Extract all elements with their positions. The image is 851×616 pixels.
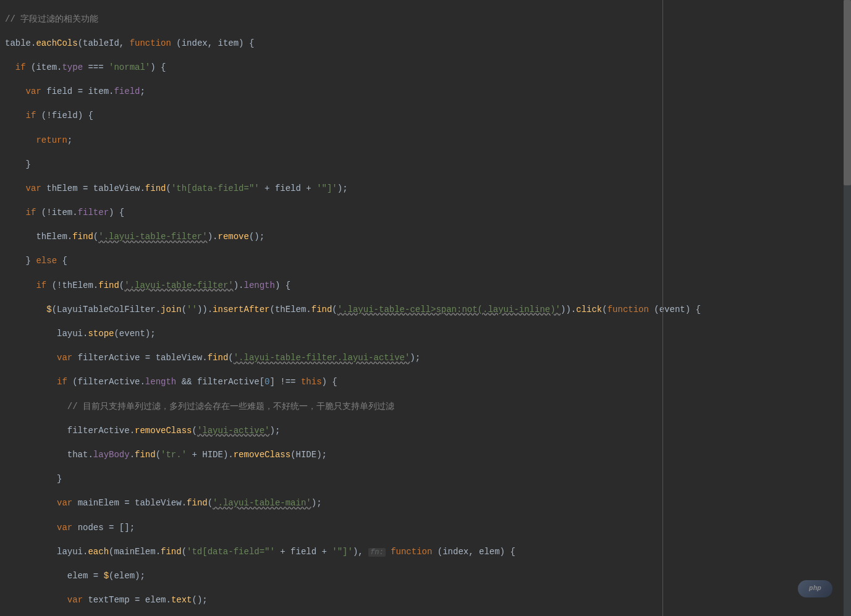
comment: // 字段过滤的相关功能 <box>5 14 98 24</box>
code-line[interactable]: table.eachCols(tableId, function (index,… <box>0 38 851 50</box>
code-editor[interactable]: // 字段过滤的相关功能 table.eachCols(tableId, fun… <box>0 0 851 616</box>
code-line[interactable]: layui.stope(event); <box>0 328 851 340</box>
code-line[interactable]: // 字段过滤的相关功能 <box>0 14 851 26</box>
code-line[interactable]: } <box>0 473 851 486</box>
scrollbar-vertical-thumb[interactable] <box>844 0 851 185</box>
code-line[interactable]: thElem.find('.layui-table-filter').remov… <box>0 231 851 243</box>
code-line[interactable]: // 目前只支持单列过滤，多列过滤会存在一些难题，不好统一，干脆只支持单列过滤 <box>0 401 851 413</box>
code-line[interactable]: if (filterActive.length && filterActive[… <box>0 376 851 389</box>
code-line[interactable]: return; <box>0 135 851 147</box>
code-line[interactable]: var mainElem = tableView.find('.layui-ta… <box>0 497 851 510</box>
code-line[interactable]: var textTemp = elem.text(); <box>0 594 851 607</box>
code-line[interactable]: var nodes = []; <box>0 522 851 534</box>
code-line[interactable]: layui.each(mainElem.find('td[data-field=… <box>0 546 851 559</box>
code-line[interactable]: if (!field) { <box>0 110 851 122</box>
code-line[interactable]: var field = item.field; <box>0 86 851 98</box>
code-line[interactable]: var thElem = tableView.find('th[data-fie… <box>0 183 851 195</box>
editor-ruler <box>663 0 663 616</box>
scrollbar-vertical-track[interactable] <box>844 0 851 616</box>
code-line[interactable]: } else { <box>0 255 851 268</box>
code-line[interactable]: } <box>0 159 851 171</box>
code-line[interactable]: if (!thElem.find('.layui-table-filter').… <box>0 280 851 292</box>
code-line[interactable]: var filterActive = tableView.find('.layu… <box>0 352 851 365</box>
code-line[interactable]: filterActive.removeClass('layui-active')… <box>0 425 851 437</box>
code-line[interactable]: that.layBody.find('tr.' + HIDE).removeCl… <box>0 449 851 462</box>
parameter-hint: fn: <box>368 548 386 557</box>
watermark-badge: php <box>798 580 832 597</box>
code-line[interactable]: $(LayuiTableColFilter.join('')).insertAf… <box>0 304 851 316</box>
code-line[interactable]: if (item.type === 'normal') { <box>0 62 851 74</box>
code-line[interactable]: elem = $(elem); <box>0 570 851 583</box>
code-line[interactable]: if (!item.filter) { <box>0 207 851 219</box>
